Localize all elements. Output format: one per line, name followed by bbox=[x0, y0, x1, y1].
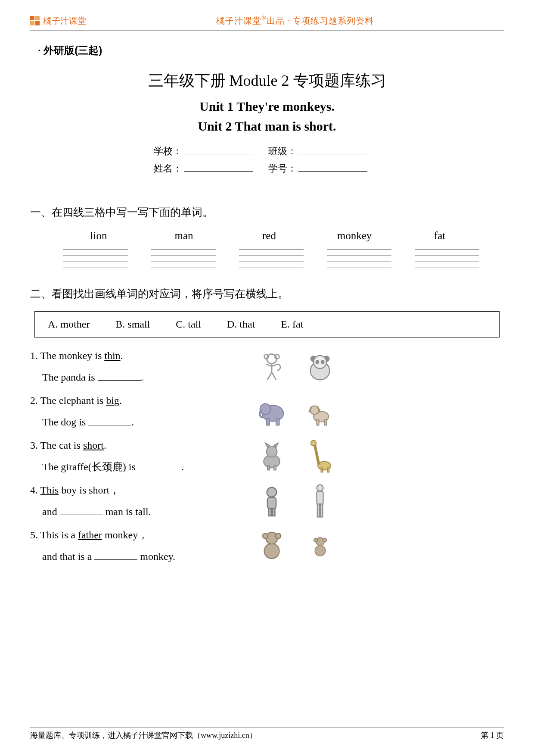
svg-rect-15 bbox=[317, 420, 319, 425]
word-3: red bbox=[227, 230, 312, 242]
word-1: lion bbox=[56, 230, 141, 242]
svg-point-33 bbox=[264, 544, 279, 559]
logo-icon bbox=[30, 16, 40, 25]
dog-icon bbox=[302, 394, 338, 429]
q1-l2b: . bbox=[141, 372, 143, 383]
panda-icon bbox=[302, 349, 338, 384]
q1-l2a: The panda is bbox=[42, 372, 98, 383]
q3-underline: short bbox=[83, 440, 104, 451]
question-3: 3. The cat is short. The giraffe(长颈鹿) is… bbox=[30, 437, 504, 475]
page-footer: 海量题库、专项训练，进入橘子汁课堂官网下载（www.juzizhi.cn） 第 … bbox=[30, 725, 504, 740]
student-info: 学校： 班级： 姓名： 学号： bbox=[154, 145, 380, 179]
page-header: 橘子汁课堂 橘子汁课堂®出品 · 专项练习题系列资料 bbox=[30, 13, 504, 28]
svg-point-25 bbox=[267, 487, 277, 497]
q3-l1b: . bbox=[104, 440, 106, 451]
brand-name: 橘子汁课堂 bbox=[43, 15, 86, 27]
section1-write-lines bbox=[30, 250, 504, 269]
svg-point-39 bbox=[314, 538, 318, 542]
tagline-sup: ® bbox=[261, 15, 267, 22]
main-title-b: Module 2 bbox=[230, 72, 293, 89]
q5-l2a: and that is a bbox=[42, 551, 94, 562]
q3-l2a: The giraffe(长颈鹿) is bbox=[42, 461, 138, 472]
word-4: monkey bbox=[312, 230, 397, 242]
svg-rect-31 bbox=[317, 504, 320, 517]
blank-id[interactable] bbox=[298, 162, 367, 172]
q1-blank[interactable] bbox=[98, 372, 141, 381]
blank-school[interactable] bbox=[184, 145, 253, 154]
option-d: D. that bbox=[227, 319, 255, 330]
section1-words: lion man red monkey fat bbox=[30, 230, 504, 242]
q2-blank[interactable] bbox=[88, 417, 131, 425]
section1-heading: 一、在四线三格中写一写下面的单词。 bbox=[30, 205, 504, 219]
question-4: 4. This boy is short， and man is tall. bbox=[30, 482, 504, 519]
q3-l2b: . bbox=[181, 461, 184, 472]
q4-blank[interactable] bbox=[60, 507, 103, 515]
fourline-3[interactable] bbox=[239, 250, 304, 269]
question-1: 1. The monkey is thin. The panda is . bbox=[30, 348, 504, 385]
label-school: 学校： bbox=[154, 145, 182, 158]
svg-point-8 bbox=[321, 360, 325, 364]
monkey-icon bbox=[254, 349, 289, 384]
q2-l2a: The dog is bbox=[42, 416, 88, 428]
question-2: 2. The elephant is big. The dog is . bbox=[30, 393, 504, 430]
svg-point-10 bbox=[260, 404, 271, 415]
fourline-1[interactable] bbox=[63, 250, 128, 269]
footer-page-number: 第 1 页 bbox=[481, 730, 504, 740]
elephant-icon bbox=[254, 394, 289, 429]
q4-l2a: and bbox=[42, 506, 60, 517]
svg-point-7 bbox=[315, 360, 319, 364]
svg-rect-24 bbox=[328, 468, 329, 472]
q4-underline: This bbox=[40, 484, 59, 496]
question-5: 5. This is a father monkey， and that is … bbox=[30, 527, 504, 564]
unit1-title: Unit 1 They're monkeys. bbox=[30, 99, 504, 114]
svg-point-35 bbox=[263, 533, 268, 539]
q3-l1a: The cat is bbox=[40, 440, 83, 451]
footer-left: 海量题库、专项训练，进入橘子汁课堂官网下载（www.juzizhi.cn） bbox=[30, 730, 257, 740]
q5-blank[interactable] bbox=[94, 552, 137, 560]
blank-class[interactable] bbox=[298, 145, 367, 154]
q3-num: 3. bbox=[30, 440, 38, 451]
svg-point-40 bbox=[323, 538, 327, 542]
q2-underline: big bbox=[106, 395, 119, 406]
q5-l2b: monkey. bbox=[137, 551, 175, 562]
section2-heading: 二、看图找出画线单词的对应词，将序号写在横线上。 bbox=[30, 287, 504, 301]
q1-l1b: . bbox=[121, 350, 123, 361]
q4-l1b: boy is short， bbox=[59, 484, 120, 496]
svg-point-18 bbox=[267, 447, 277, 457]
main-title-a: 三年级下册 bbox=[148, 72, 230, 89]
tagline-part-a: 橘子汁课堂 bbox=[216, 16, 261, 25]
q1-l1a: The monkey is bbox=[40, 350, 105, 361]
svg-rect-27 bbox=[269, 509, 271, 516]
q5-l1a: This is a bbox=[40, 529, 78, 540]
man-icon bbox=[302, 483, 338, 519]
svg-point-37 bbox=[315, 546, 326, 556]
svg-rect-26 bbox=[267, 498, 276, 509]
q1-underline: thin bbox=[104, 350, 120, 361]
page: 橘子汁课堂 橘子汁课堂®出品 · 专项练习题系列资料 外研版(三起) 三年级下册… bbox=[0, 0, 534, 756]
section2-options: A. mother B. small C. tall D. that E. fa… bbox=[34, 311, 500, 337]
q2-l1b: . bbox=[119, 395, 122, 406]
q5-num: 5. bbox=[30, 529, 38, 540]
q1-num: 1. bbox=[30, 350, 38, 361]
fourline-4[interactable] bbox=[327, 250, 391, 269]
q2-l1a: The elephant is bbox=[40, 395, 106, 406]
label-id: 学号： bbox=[268, 162, 297, 175]
q4-num: 4. bbox=[30, 484, 38, 496]
boy-icon bbox=[254, 483, 289, 519]
main-title-c: 专项题库练习 bbox=[293, 72, 386, 89]
monkey-big-icon bbox=[254, 528, 289, 563]
fourline-2[interactable] bbox=[151, 250, 216, 269]
svg-point-22 bbox=[311, 440, 317, 446]
q3-blank[interactable] bbox=[138, 462, 181, 470]
tagline-part-b: 出品 · 专项练习题系列资料 bbox=[267, 16, 374, 25]
blank-name[interactable] bbox=[184, 162, 253, 172]
fourline-5[interactable] bbox=[415, 250, 479, 269]
q2-l2b: . bbox=[131, 416, 134, 428]
q2-num: 2. bbox=[30, 395, 38, 406]
brand-logo: 橘子汁课堂 bbox=[30, 15, 86, 27]
svg-rect-12 bbox=[276, 419, 279, 425]
svg-point-29 bbox=[317, 485, 323, 491]
option-c: C. tall bbox=[176, 319, 201, 330]
svg-rect-20 bbox=[274, 466, 276, 470]
title-block: 三年级下册 Module 2 专项题库练习 Unit 1 They're mon… bbox=[30, 70, 504, 179]
